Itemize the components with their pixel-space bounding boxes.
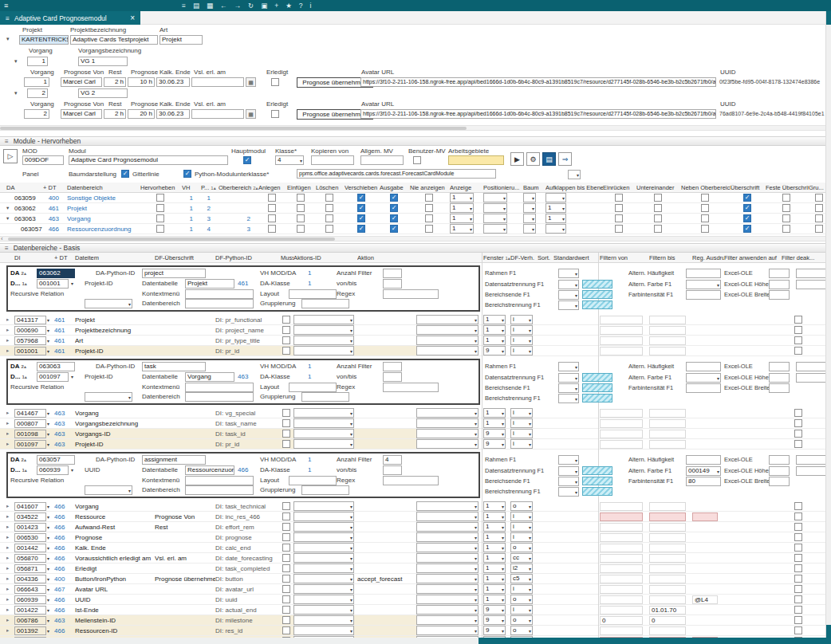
- column-header[interactable]: Datenbereich: [67, 184, 140, 191]
- filtern-von-field[interactable]: [600, 347, 643, 355]
- column-header[interactable]: Ausgabe: [380, 184, 410, 191]
- datenbereich-link[interactable]: Projekt: [67, 205, 140, 212]
- reg-ausdruck-field[interactable]: @L4: [692, 595, 718, 604]
- new-icon[interactable]: +: [274, 0, 278, 11]
- color-swatch[interactable]: [582, 477, 612, 485]
- aktion-dropdown[interactable]: ▾: [416, 325, 479, 335]
- avatar-url-field[interactable]: https://3f10-2-211-106-158.ngrok-free.ap…: [360, 109, 716, 119]
- filtern-bis-field[interactable]: 01.01.70: [649, 606, 686, 615]
- pos-dropdown[interactable]: ▾: [483, 193, 507, 202]
- filtern-bis-field[interactable]: [649, 585, 686, 594]
- expander-icon[interactable]: ▸: [6, 607, 9, 613]
- aktions-id-dropdown[interactable]: ▾: [293, 615, 354, 625]
- projekt-art-field[interactable]: Projekt: [160, 35, 203, 45]
- muss-checkbox[interactable]: [282, 606, 290, 614]
- di-number-field[interactable]: 041607: [14, 502, 46, 511]
- altern-haufigkeit-field[interactable]: [686, 455, 721, 465]
- di-number-field[interactable]: 001097: [37, 372, 69, 382]
- aktions-id-dropdown[interactable]: ▾: [293, 543, 354, 552]
- datensatztrennung-select[interactable]: ▾: [558, 280, 579, 289]
- aktions-id-dropdown[interactable]: ▾: [293, 595, 354, 604]
- back-icon[interactable]: ←: [220, 0, 227, 11]
- color-swatch[interactable]: [582, 280, 612, 289]
- di-number-field[interactable]: 001423: [14, 523, 46, 532]
- muss-checkbox[interactable]: [282, 419, 290, 427]
- column-header[interactable]: Neben Oberbereich: [681, 184, 731, 191]
- scrollbar-thumb[interactable]: [479, 638, 831, 644]
- muss-checkbox[interactable]: [282, 564, 290, 572]
- filter-deak-checkbox[interactable]: [794, 585, 802, 593]
- excel-ole-hohe-field[interactable]: [769, 373, 790, 383]
- filtern-von-field[interactable]: [600, 523, 643, 532]
- df-verh-dropdown[interactable]: o▾: [510, 626, 533, 635]
- einr-cken-checkbox[interactable]: [615, 194, 623, 202]
- einr-cken-checkbox[interactable]: [615, 214, 623, 222]
- di-number-field[interactable]: 060939: [14, 595, 46, 604]
- l-schen-checkbox[interactable]: [325, 194, 333, 202]
- column-header[interactable]: VH: [182, 184, 201, 191]
- muss-checkbox[interactable]: [282, 595, 290, 603]
- filtern-bis-field[interactable]: [649, 347, 686, 355]
- feste-berschrift-checkbox[interactable]: [782, 214, 790, 222]
- color-swatch[interactable]: [582, 487, 612, 496]
- filter-deak-checkbox[interactable]: [794, 419, 802, 427]
- expander-icon[interactable]: ▸: [6, 617, 9, 623]
- kalk-ende-cell[interactable]: 30.06.23: [156, 77, 190, 87]
- fenster-dropdown[interactable]: 1▾: [483, 574, 506, 583]
- refresh-icon[interactable]: ↻: [248, 0, 254, 11]
- datensatztrennung-select[interactable]: ▾: [558, 466, 579, 476]
- muss-checkbox[interactable]: [282, 616, 290, 624]
- column-header[interactable]: Verschieben: [345, 184, 380, 191]
- df-verh-dropdown[interactable]: c5▾: [510, 574, 533, 583]
- filtern-bis-field[interactable]: [649, 523, 686, 532]
- muss-checkbox[interactable]: [282, 409, 290, 417]
- vsl-erl-am-cell[interactable]: [191, 77, 244, 87]
- aktion-dropdown[interactable]: ▾: [416, 429, 479, 438]
- extra-field[interactable]: [796, 466, 828, 476]
- close-icon[interactable]: ×: [130, 14, 135, 22]
- column-header[interactable]: DF-Verh.: [510, 254, 538, 261]
- prognose-von-cell[interactable]: Marcel Carl: [61, 109, 102, 119]
- l-schen-checkbox[interactable]: [325, 214, 333, 222]
- ausgabe-checkbox[interactable]: ✓: [390, 225, 398, 233]
- fenster-dropdown[interactable]: 1▾: [483, 512, 506, 521]
- df-verh-dropdown[interactable]: i▾: [510, 315, 533, 324]
- datenbereich-link[interactable]: Vorgang: [67, 215, 140, 222]
- einr-cken-checkbox[interactable]: [615, 204, 623, 212]
- di-number-field[interactable]: 000690: [14, 326, 46, 335]
- di-number-field[interactable]: 001098: [14, 430, 46, 438]
- verschieben-checkbox[interactable]: ✓: [357, 214, 365, 222]
- horizontal-scrollbar[interactable]: ‹: [0, 236, 825, 242]
- color-swatch[interactable]: [582, 300, 612, 309]
- extra-field[interactable]: [796, 373, 828, 383]
- df-verh-dropdown[interactable]: i▾: [510, 346, 533, 355]
- anlegen-checkbox[interactable]: [268, 225, 276, 233]
- projekt-name-field[interactable]: Adaptive Cards Testprojekt: [70, 35, 158, 45]
- vorgang-name-field[interactable]: VG 2: [78, 88, 128, 98]
- excel-ole-field[interactable]: [769, 362, 790, 371]
- filtern-bis-field[interactable]: [649, 430, 686, 438]
- gru-checkbox[interactable]: [815, 214, 823, 222]
- aktions-id-dropdown[interactable]: ▾: [293, 564, 354, 573]
- fenster-dropdown[interactable]: 1▾: [483, 543, 506, 552]
- einr-cken-checkbox[interactable]: [615, 225, 623, 233]
- df-verh-dropdown[interactable]: i▾: [510, 439, 533, 449]
- filtern-von-field[interactable]: [600, 554, 643, 563]
- aktions-id-dropdown[interactable]: ▾: [293, 439, 354, 449]
- aktions-id-dropdown[interactable]: ▾: [293, 315, 354, 324]
- scrollbar-thumb[interactable]: [826, 625, 831, 638]
- grid-icon[interactable]: ▦: [207, 0, 213, 11]
- fenster-dropdown[interactable]: 1▾: [483, 336, 506, 345]
- df-verh-dropdown[interactable]: i▾: [510, 408, 533, 418]
- rest-cell[interactable]: 2 h: [104, 109, 126, 119]
- anlegen-checkbox[interactable]: [268, 214, 276, 222]
- df-verh-dropdown[interactable]: i▾: [510, 512, 533, 521]
- di-number-field[interactable]: 056870: [14, 554, 46, 563]
- excel-ole-breite-field[interactable]: [769, 477, 790, 486]
- rahmen-select[interactable]: ▾: [558, 269, 579, 278]
- column-header[interactable]: Gru...: [809, 184, 825, 191]
- column-header[interactable]: Filtern bis: [649, 254, 692, 261]
- df-verh-dropdown[interactable]: cc▾: [510, 553, 533, 563]
- section-menu-icon[interactable]: ≡: [5, 138, 9, 145]
- aktion-dropdown[interactable]: ▾: [416, 346, 479, 355]
